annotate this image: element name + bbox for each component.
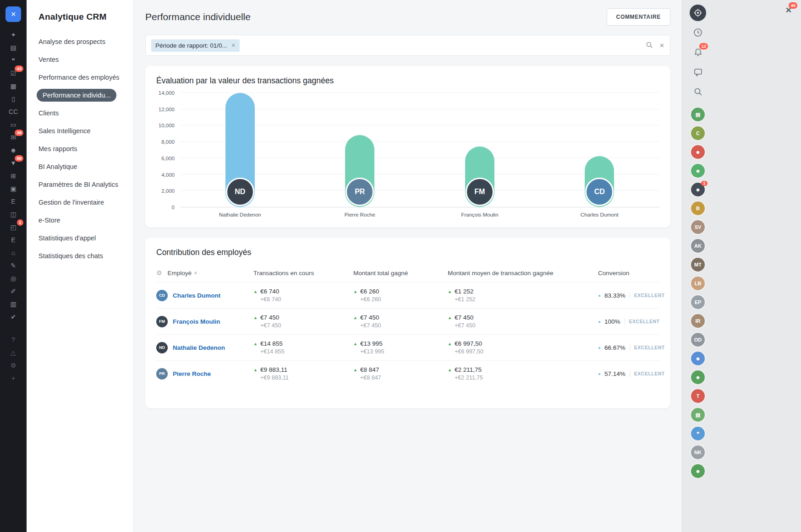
contact-center-icon[interactable]: ▣ <box>0 182 27 195</box>
avg-won-value: €2 211,75 <box>455 366 482 373</box>
employees-icon[interactable]: ☻ <box>0 144 27 157</box>
filter-clear-button[interactable]: ✕ <box>659 42 664 49</box>
chats-button[interactable] <box>690 64 706 80</box>
chat-avatar-user-4[interactable]: LB <box>690 276 706 291</box>
calendar-icon[interactable]: ▦ <box>0 80 27 92</box>
sidebar-item-statistiques-des-chats[interactable]: Statistiques des chats <box>38 250 126 262</box>
chart-bar-pierre-roche[interactable]: PR <box>300 93 420 207</box>
chart-bar-nathalie-dedenon[interactable]: ND <box>180 93 300 207</box>
chart-bar-fran-ois-moulin[interactable]: FM <box>420 93 540 207</box>
settings-gear-icon[interactable]: ⚙ <box>0 359 27 372</box>
column-header-employee[interactable]: Employé <box>168 270 192 277</box>
y-axis-tick: 4,000 <box>161 172 175 178</box>
help-icon[interactable]: ? <box>0 333 27 346</box>
table-title: Contribution des employés <box>156 248 659 257</box>
rating-badge: EXCELLENT <box>634 345 665 350</box>
chat-avatar-user-8[interactable]: NK <box>690 445 706 460</box>
app-rail: ✕ ✦ ▤ ❝ ☑ 43 ▦ ▯ <box>0 0 27 532</box>
sidebar-item-statistiques-d-appel[interactable]: Statistiques d'appel <box>38 232 126 244</box>
messenger-icon[interactable]: ❝ <box>0 54 27 67</box>
column-header-conversion[interactable]: Conversion <box>598 270 659 277</box>
helm-icon-button[interactable] <box>690 5 706 21</box>
chart-bar-charles-dumont[interactable]: CD <box>540 93 660 207</box>
column-header-total-won[interactable]: Montant total gagné <box>353 270 448 277</box>
sidebar-item-parametres-de-bi-analytics[interactable]: Paramètres de BI Analytics <box>38 179 126 190</box>
sidebar-item-clients[interactable]: Clients <box>38 107 126 119</box>
crm-funnel-icon[interactable]: ▼ 88 <box>0 157 27 169</box>
e-badge-icon[interactable]: E <box>0 195 27 208</box>
workflows-icon[interactable]: ▤ <box>0 41 27 54</box>
notification-badge: 40 <box>789 2 797 9</box>
chat-avatar-user-6[interactable]: IR <box>690 313 706 329</box>
employee-link[interactable]: François Moulin <box>173 318 220 325</box>
up-arrow-icon: ▲ <box>353 342 357 346</box>
analytics-icon[interactable]: ▥ <box>0 298 27 310</box>
column-header-open-deals[interactable]: Transactions en cours <box>253 270 353 277</box>
chat-avatar-group-green2[interactable]: ☻ <box>690 369 706 385</box>
chat-avatar-group-dark[interactable]: ☻ 1 <box>690 182 706 197</box>
e-badge2-icon[interactable]: E <box>0 233 27 246</box>
warehouse-icon[interactable]: ◰ 1 <box>0 221 27 233</box>
add-more-icon[interactable]: + <box>0 372 27 385</box>
sidebar-item-e-store[interactable]: e-Store <box>38 214 126 226</box>
panel-close-button[interactable]: ✕ 40 <box>785 5 792 15</box>
sidebar-item-ventes[interactable]: Ventes <box>38 54 126 65</box>
sidebar-item-bi-analytique[interactable]: BI Analytique <box>38 161 126 173</box>
sign-icon[interactable]: ✎ <box>0 259 27 272</box>
quality-icon[interactable]: ✔ <box>0 310 27 323</box>
up-arrow-icon: ▲ <box>253 315 258 320</box>
sidebar-item-mes-rapports[interactable]: Mes rapports <box>38 143 126 155</box>
sidebar-item-sales-intelligence[interactable]: Sales Intelligence <box>38 125 126 137</box>
chat-avatar-app[interactable]: ▤ <box>690 107 706 122</box>
divider <box>630 293 630 299</box>
chat-avatar-user-3[interactable]: MT <box>690 257 706 272</box>
sidebar-item-performance-des-employes[interactable]: Performance des employés <box>38 71 126 83</box>
company-icon[interactable]: ⌂ <box>0 246 27 259</box>
drive-icon[interactable]: ▭ <box>0 118 27 131</box>
sidebar-item-label: Clients <box>38 107 59 119</box>
chat-avatar-group-red[interactable]: ☻ <box>690 144 706 160</box>
search-button[interactable] <box>646 41 653 50</box>
chat-avatar-gold[interactable]: B <box>690 201 706 216</box>
live-feed-icon[interactable]: ✦ <box>0 28 27 41</box>
webmail-icon[interactable]: ✉ 38 <box>0 131 27 144</box>
comment-button[interactable]: COMMENTAIRE <box>607 8 670 26</box>
avg-won-value: €6 997,50 <box>455 340 482 347</box>
sidebar-item-performance-individuelle[interactable]: Performance individu... <box>37 89 126 101</box>
filter-search-input[interactable] <box>243 42 646 49</box>
panel-search-button[interactable] <box>690 83 706 100</box>
chat-avatar-user-7[interactable]: OD <box>690 332 706 347</box>
chat-avatar-c[interactable]: C <box>690 125 706 141</box>
chat-avatar-t[interactable]: T <box>690 388 706 404</box>
chip-remove-icon[interactable]: ✕ <box>231 43 236 49</box>
inventory-icon[interactable]: ◫ <box>0 208 27 221</box>
chat-avatar-group-green[interactable]: ☻ <box>690 163 706 179</box>
history-clock-button[interactable] <box>690 24 706 41</box>
table-settings-gear-icon[interactable]: ⚙ <box>156 269 162 277</box>
chat-avatar-user-1[interactable]: SV <box>690 219 706 235</box>
marketing-icon[interactable]: ◎ <box>0 272 27 285</box>
employee-link[interactable]: Charles Dumont <box>173 292 220 299</box>
online-store-icon[interactable]: ⊞ <box>0 169 27 182</box>
tasks-icon[interactable]: ☑ 43 <box>0 67 27 80</box>
chat-avatar-user-2[interactable]: AK <box>690 238 706 254</box>
crm-forms-icon[interactable]: ✐ <box>0 285 27 298</box>
chat-avatar-group-blue[interactable]: ☻ <box>690 351 706 366</box>
chat-avatar-group-green3[interactable]: ☻ <box>690 463 706 479</box>
collab-cc-icon[interactable]: CC <box>0 105 27 118</box>
menu-close-button[interactable]: ✕ <box>5 6 21 22</box>
employee-avatar: ND <box>226 178 254 206</box>
notifications-bell-button[interactable]: 12 <box>690 44 706 60</box>
chat-avatar-user-5[interactable]: EP <box>690 294 706 310</box>
sidebar-item-gestion-de-l-inventaire[interactable]: Gestion de l'inventaire <box>38 196 126 208</box>
column-header-avg-won[interactable]: Montant moyen de transaction gagnée <box>448 270 598 277</box>
sidebar-item-analyse-des-prospects[interactable]: Analyse des prospects <box>38 36 126 48</box>
documents-icon[interactable]: ▯ <box>0 92 27 105</box>
updates-icon[interactable]: △ <box>0 346 27 359</box>
filter-bar[interactable]: Période de rapport: 01/0... ✕ ✕ <box>145 35 670 56</box>
filter-chip-report-period[interactable]: Période de rapport: 01/0... ✕ <box>151 39 240 52</box>
chat-avatar-chat[interactable]: ❝ <box>690 426 706 441</box>
chat-avatar-doc[interactable]: ▤ <box>690 407 706 423</box>
employee-link[interactable]: Nathalie Dedenon <box>173 344 225 351</box>
employee-link[interactable]: Pierre Roche <box>173 370 211 377</box>
